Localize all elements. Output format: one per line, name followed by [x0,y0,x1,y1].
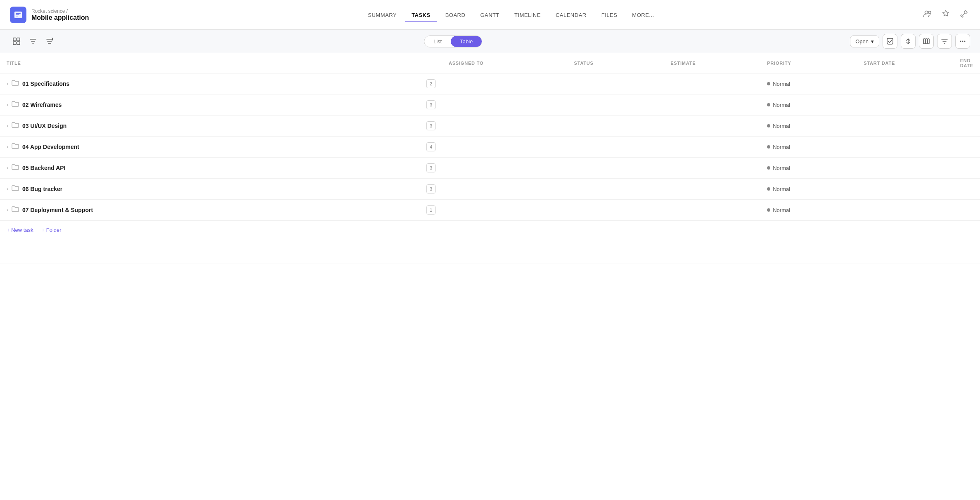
nav-tasks[interactable]: TASKS [405,9,437,22]
task-estimate-cell-3 [664,137,760,158]
folder-icon [12,101,19,109]
task-title-cell-0[interactable]: › 01 Specifications 2 [0,73,442,94]
task-title-cell-2[interactable]: › 03 UI/UX Design 3 [0,116,442,137]
table-row[interactable]: › 04 App Development 4 Normal [0,137,980,158]
chevron-right-icon[interactable]: › [7,144,8,150]
svg-rect-3 [16,16,18,17]
task-startdate-cell-6 [857,200,954,221]
star-icon-button[interactable] [940,7,952,22]
nav-actions [921,7,970,22]
col-status: STATUS [568,53,664,73]
svg-rect-1 [16,13,21,14]
sort-filter-button[interactable] [43,35,56,48]
chevron-right-icon[interactable]: › [7,102,8,108]
col-start-date: START DATE [857,53,954,73]
nav-links: SUMMARY TASKS BOARD GANTT TIMELINE CALEN… [101,8,921,21]
task-title-text: 03 UI/UX Design [22,123,66,129]
chevron-right-icon[interactable]: › [7,123,8,129]
task-title-cell-6[interactable]: › 07 Deployment & Support 1 [0,200,442,221]
table-row[interactable]: › 07 Deployment & Support 1 Normal [0,200,980,221]
task-title-text: 02 Wireframes [22,101,62,108]
task-title-cell-4[interactable]: › 05 Backend API 3 [0,158,442,179]
task-title-text: 07 Deployment & Support [22,207,93,213]
task-startdate-cell-1 [857,94,954,116]
nav-gantt[interactable]: GANTT [473,9,506,22]
filter-button[interactable] [26,35,40,48]
svg-point-5 [928,11,931,14]
pin-icon-button[interactable] [958,7,970,22]
task-estimate-cell-2 [664,116,760,137]
users-icon-button[interactable] [921,7,934,22]
nav-calendar[interactable]: CALENDAR [549,9,593,22]
table-view-button[interactable]: Table [451,36,482,47]
open-label: Open [855,38,869,45]
task-priority-cell-1: Normal [760,94,857,116]
task-priority-cell-6: Normal [760,200,857,221]
task-startdate-cell-2 [857,116,954,137]
task-estimate-cell-5 [664,179,760,200]
nav-files[interactable]: FILES [595,9,624,22]
task-startdate-cell-4 [857,158,954,179]
toolbar-center: List Table [59,35,847,47]
folder-icon [12,122,19,130]
task-enddate-cell-5 [954,179,980,200]
task-status-cell-5 [568,179,664,200]
task-assigned-cell-6 [442,200,568,221]
col-title: TITLE [0,53,442,73]
open-dropdown-button[interactable]: Open ▾ [850,35,879,47]
task-startdate-cell-3 [857,137,954,158]
task-priority-cell-3: Normal [760,137,857,158]
add-task-row: + New task + Folder [0,221,980,239]
chevron-right-icon[interactable]: › [7,186,8,192]
task-assigned-cell-0 [442,73,568,94]
add-task-button[interactable]: + New task [7,227,33,233]
add-folder-button[interactable]: + Folder [42,227,62,233]
svg-rect-10 [887,38,893,44]
more-icon-button[interactable] [955,34,970,49]
nav-timeline[interactable]: TIMELINE [508,9,547,22]
filter2-icon-button[interactable] [937,34,952,49]
col-priority: PRIORITY [760,53,857,73]
svg-point-16 [964,41,966,42]
table-row[interactable]: › 02 Wireframes 3 Normal [0,94,980,116]
task-title-cell-3[interactable]: › 04 App Development 4 [0,137,442,158]
task-title-cell-1[interactable]: › 02 Wireframes 3 [0,94,442,116]
list-view-button[interactable]: List [424,36,451,47]
checkbox-icon-button[interactable] [883,34,897,49]
task-assigned-cell-1 [442,94,568,116]
sort-icon-button[interactable] [901,34,916,49]
col-end-date: END DATE [954,53,980,73]
task-assigned-cell-3 [442,137,568,158]
task-enddate-cell-2 [954,116,980,137]
task-enddate-cell-1 [954,94,980,116]
table-row[interactable]: › 01 Specifications 2 Normal [0,73,980,94]
nav-more[interactable]: MORE... [625,9,660,22]
nav-summary[interactable]: SUMMARY [361,9,403,22]
task-priority-cell-5: Normal [760,179,857,200]
table-row[interactable]: › 06 Bug tracker 3 Normal [0,179,980,200]
expand-button[interactable] [10,35,23,48]
columns-icon-button[interactable] [919,34,934,49]
task-status-cell-4 [568,158,664,179]
task-title-text: 01 Specifications [22,80,69,87]
svg-rect-12 [926,39,927,44]
task-enddate-cell-4 [954,158,980,179]
project-name: Mobile application [31,14,89,21]
svg-rect-2 [16,14,19,15]
chevron-right-icon[interactable]: › [7,165,8,171]
nav-board[interactable]: BOARD [439,9,472,22]
table-row[interactable]: › 03 UI/UX Design 3 Normal [0,116,980,137]
task-enddate-cell-0 [954,73,980,94]
task-count-badge: 3 [426,163,436,172]
svg-rect-9 [17,42,20,45]
chevron-right-icon[interactable]: › [7,207,8,213]
task-enddate-cell-3 [954,137,980,158]
task-title-cell-5[interactable]: › 06 Bug tracker 3 [0,179,442,200]
task-priority-cell-4: Normal [760,158,857,179]
table-row[interactable]: › 05 Backend API 3 Normal [0,158,980,179]
task-title-text: 04 App Development [22,144,79,150]
task-priority-cell-2: Normal [760,116,857,137]
task-status-cell-2 [568,116,664,137]
chevron-right-icon[interactable]: › [7,81,8,87]
task-estimate-cell-0 [664,73,760,94]
